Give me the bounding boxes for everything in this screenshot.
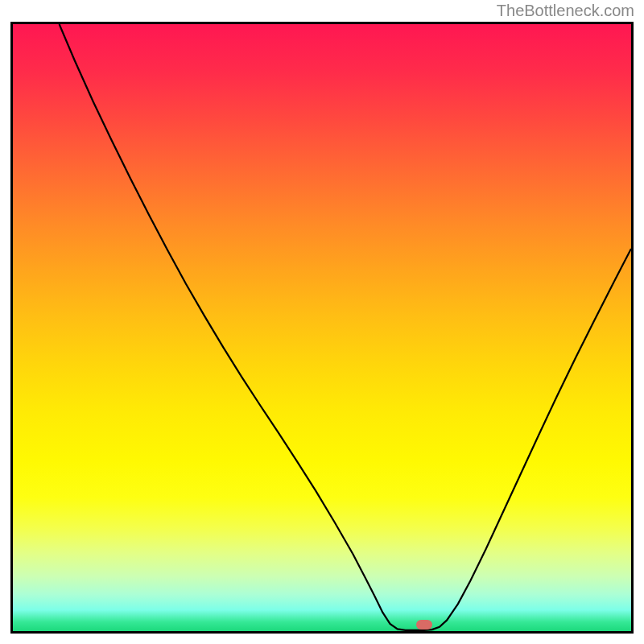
chart-container: TheBottleneck.com <box>0 0 644 644</box>
optimal-marker <box>416 620 432 630</box>
plot-area <box>10 22 634 634</box>
watermark-text: TheBottleneck.com <box>497 2 634 20</box>
bottleneck-curve <box>60 24 631 630</box>
curve-svg <box>13 24 631 631</box>
